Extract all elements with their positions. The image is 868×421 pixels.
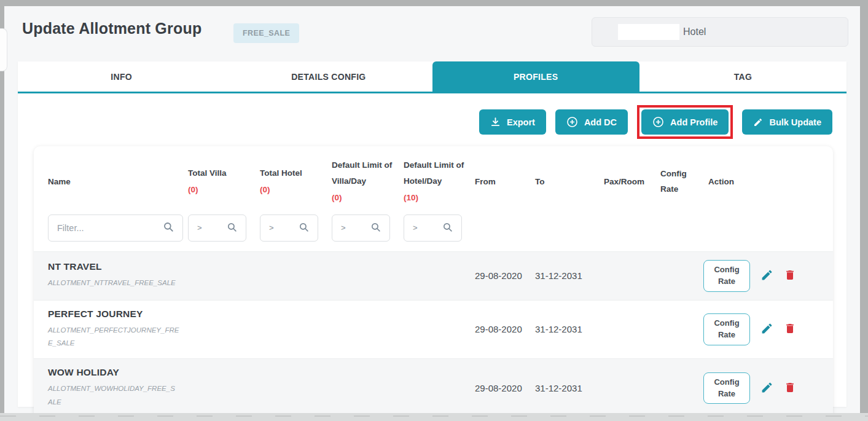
- profile-name-cell: PERFECT JOURNEY ALLOTMENT_PERFECTJOURNEY…: [48, 309, 188, 351]
- tab-details-config[interactable]: DETAILS CONFIG: [225, 61, 432, 92]
- profile-code: ALLOTMENT_WOWHOLIDAY_FREE_SALE: [48, 382, 188, 409]
- download-icon: [490, 117, 501, 127]
- tab-tag[interactable]: TAG: [639, 61, 846, 92]
- search-icon: [370, 222, 381, 234]
- plus-circle-icon: [652, 116, 664, 128]
- delete-button[interactable]: [784, 381, 796, 396]
- status-badge: FREE_SALE: [233, 23, 299, 43]
- row-actions: Config Rate: [703, 372, 827, 404]
- pencil-icon: [760, 322, 773, 337]
- column-header-to: To: [535, 174, 604, 190]
- from-date: 29-08-2020: [475, 383, 535, 393]
- page-title: Update Allotment Group: [22, 20, 201, 37]
- search-icon: [163, 221, 174, 234]
- count-badge: (0): [332, 190, 395, 206]
- count-badge: (0): [260, 182, 323, 198]
- hotel-select[interactable]: Hotel: [592, 17, 848, 47]
- filter-placeholder: Filter...: [57, 223, 84, 233]
- add-profile-button[interactable]: Add Profile: [641, 109, 729, 135]
- table-filter-row: Filter... > > > >: [34, 214, 833, 251]
- limit-villa-filter-input[interactable]: >: [332, 214, 390, 242]
- limit-hotel-filter-input[interactable]: >: [404, 214, 462, 242]
- to-date: 31-12-2031: [535, 270, 604, 281]
- pencil-icon: [753, 117, 763, 127]
- delete-button[interactable]: [784, 269, 796, 283]
- toolbar: Export Add DC Add Profile Bulk Update: [18, 93, 846, 138]
- main-card: INFO DETAILS CONFIG PROFILES TAG Export …: [18, 61, 846, 407]
- column-header-total-hotel: Total Hotel(0): [260, 165, 332, 198]
- config-rate-button[interactable]: Config Rate: [703, 372, 750, 404]
- column-header-default-limit-hotel: Default Limit of Hotel/Day(10): [404, 157, 475, 206]
- annotation-highlight: Add Profile: [637, 105, 733, 139]
- pencil-icon: [760, 269, 773, 283]
- tab-info[interactable]: INFO: [18, 61, 225, 92]
- table-header-row: Name Total Villa(0) Total Hotel(0) Defau…: [34, 146, 833, 214]
- search-icon: [299, 222, 309, 234]
- config-rate-button[interactable]: Config Rate: [703, 260, 750, 292]
- edit-button[interactable]: [760, 322, 773, 337]
- to-date: 31-12-2031: [535, 383, 604, 393]
- profile-name: PERFECT JOURNEY: [48, 309, 188, 320]
- table-row: WOW HOLIDAY ALLOTMENT_WOWHOLIDAY_FREE_SA…: [34, 358, 833, 417]
- from-date: 29-08-2020: [475, 324, 535, 334]
- delete-button[interactable]: [784, 322, 796, 337]
- column-header-name: Name: [48, 174, 188, 190]
- column-header-total-villa: Total Villa(0): [188, 165, 260, 198]
- edit-button[interactable]: [760, 269, 773, 283]
- profile-code: ALLOTMENT_PERFECTJOURNEY_FREE_SALE: [48, 324, 188, 351]
- name-filter-input[interactable]: Filter...: [48, 214, 183, 242]
- plus-circle-icon: [566, 116, 578, 128]
- hotel-label: Hotel: [683, 26, 706, 37]
- page-header: Update Allotment Group FREE_SALE Hotel: [4, 6, 860, 54]
- column-header-action: Action: [708, 174, 827, 190]
- tab-profiles[interactable]: PROFILES: [432, 61, 639, 92]
- window-bottom-edge: [0, 413, 868, 421]
- count-badge: (0): [188, 182, 251, 198]
- redacted-hotel-name: [618, 24, 679, 40]
- edit-button[interactable]: [760, 381, 773, 396]
- trash-icon: [784, 269, 796, 283]
- tab-bar: INFO DETAILS CONFIG PROFILES TAG: [18, 61, 846, 93]
- profiles-table: Name Total Villa(0) Total Hotel(0) Defau…: [34, 146, 833, 419]
- profile-name: WOW HOLIDAY: [48, 367, 188, 378]
- column-header-config-rate: Config Rate: [660, 166, 708, 197]
- table-row: PERFECT JOURNEY ALLOTMENT_PERFECTJOURNEY…: [34, 300, 833, 359]
- from-date: 29-08-2020: [475, 270, 535, 281]
- column-header-from: From: [475, 174, 535, 190]
- trash-icon: [784, 322, 796, 337]
- total-villa-filter-input[interactable]: >: [188, 214, 246, 242]
- search-icon: [227, 222, 237, 234]
- column-header-pax-room: Pax/Room: [604, 174, 660, 190]
- to-date: 31-12-2031: [535, 324, 604, 334]
- profile-name: NT TRAVEL: [48, 261, 188, 272]
- export-button[interactable]: Export: [479, 109, 546, 135]
- trash-icon: [784, 381, 796, 396]
- profile-name-cell: NT TRAVEL ALLOTMENT_NTTRAVEL_FREE_SALE: [48, 261, 188, 290]
- total-hotel-filter-input[interactable]: >: [260, 214, 318, 242]
- pencil-icon: [760, 381, 773, 396]
- bulk-update-button[interactable]: Bulk Update: [742, 109, 832, 135]
- table-row: NT TRAVEL ALLOTMENT_NTTRAVEL_FREE_SALE 2…: [34, 251, 833, 300]
- config-rate-button[interactable]: Config Rate: [703, 313, 750, 345]
- column-header-default-limit-villa: Default Limit of Villa/Day(0): [332, 157, 404, 206]
- app-page: Update Allotment Group FREE_SALE Hotel I…: [4, 6, 860, 413]
- profile-code: ALLOTMENT_NTTRAVEL_FREE_SALE: [48, 277, 188, 290]
- count-badge: (10): [404, 190, 466, 206]
- row-actions: Config Rate: [703, 260, 827, 292]
- profile-name-cell: WOW HOLIDAY ALLOTMENT_WOWHOLIDAY_FREE_SA…: [48, 367, 188, 409]
- search-icon: [442, 222, 453, 234]
- add-dc-button[interactable]: Add DC: [555, 109, 628, 135]
- row-actions: Config Rate: [703, 313, 827, 345]
